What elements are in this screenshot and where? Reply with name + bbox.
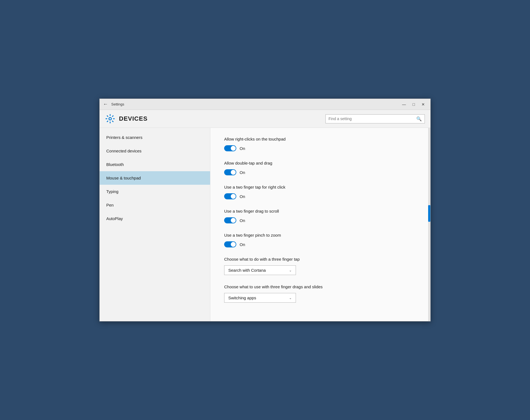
scrollbar-track[interactable]: [428, 128, 430, 321]
toggle-thumb: [231, 242, 236, 247]
toggle-thumb: [231, 146, 236, 151]
setting-three-finger-tap: Choose what to do with a three finger ta…: [224, 256, 417, 275]
sidebar-item-mouse-touchpad[interactable]: Mouse & touchpad: [100, 171, 210, 185]
setting-two-finger-tap: Use a two finger tap for right click On: [224, 184, 417, 199]
three-finger-tap-value: Search with Cortana: [228, 268, 266, 273]
toggle-row-two-finger-drag: On: [224, 217, 417, 223]
sidebar-item-pen[interactable]: Pen: [100, 198, 210, 212]
toggle-row-right-click: On: [224, 145, 417, 151]
toggle-row-two-finger-pinch: On: [224, 241, 417, 247]
setting-two-finger-pinch: Use a two finger pinch to zoom On: [224, 232, 417, 247]
scrollbar-thumb[interactable]: [428, 205, 430, 222]
toggle-track: [224, 169, 236, 175]
toggle-two-finger-tap[interactable]: [224, 193, 236, 199]
chevron-down-icon: ⌄: [289, 296, 292, 300]
settings-window: ← Settings — □ ✕ DEVICES 🔍 Printers & sc…: [99, 99, 431, 321]
sidebar-item-printers[interactable]: Printers & scanners: [100, 131, 210, 144]
title-bar: ← Settings — □ ✕: [100, 99, 430, 110]
title-bar-title: Settings: [111, 102, 400, 106]
header-left: DEVICES: [105, 114, 148, 124]
toggle-thumb: [231, 170, 236, 175]
three-finger-drag-dropdown[interactable]: Switching apps ⌄: [224, 293, 296, 303]
maximize-button[interactable]: □: [410, 102, 417, 107]
toggle-two-finger-pinch[interactable]: [224, 241, 236, 247]
setting-double-tap-drag-label: Allow double-tap and drag: [224, 160, 417, 166]
toggle-double-tap-value: On: [240, 170, 245, 175]
toggle-two-finger-drag-value: On: [240, 218, 245, 223]
toggle-double-tap[interactable]: [224, 169, 236, 175]
header-title: DEVICES: [119, 115, 148, 122]
setting-three-finger-drag: Choose what to use with three finger dra…: [224, 284, 417, 303]
main-content: Allow right-clicks on the touchpad On Al…: [210, 128, 430, 321]
setting-two-finger-tap-label: Use a two finger tap for right click: [224, 184, 417, 190]
toggle-track: [224, 193, 236, 199]
toggle-track: [224, 145, 236, 151]
toggle-thumb: [231, 194, 236, 199]
toggle-track: [224, 217, 236, 223]
sidebar-item-connected-devices[interactable]: Connected devices: [100, 144, 210, 158]
toggle-two-finger-drag[interactable]: [224, 217, 236, 223]
app-header: DEVICES 🔍: [100, 110, 430, 128]
svg-point-0: [109, 118, 112, 120]
minimize-button[interactable]: —: [400, 102, 408, 107]
devices-icon: [105, 114, 115, 124]
search-icon: 🔍: [416, 116, 422, 121]
toggle-row-two-finger-tap: On: [224, 193, 417, 199]
chevron-down-icon: ⌄: [289, 268, 292, 272]
toggle-right-click[interactable]: [224, 145, 236, 151]
search-box[interactable]: 🔍: [325, 114, 425, 123]
toggle-right-click-value: On: [240, 146, 245, 151]
toggle-two-finger-tap-value: On: [240, 194, 245, 199]
setting-right-click: Allow right-clicks on the touchpad On: [224, 136, 417, 151]
sidebar-item-typing[interactable]: Typing: [100, 185, 210, 198]
setting-two-finger-pinch-label: Use a two finger pinch to zoom: [224, 232, 417, 238]
setting-three-finger-drag-label: Choose what to use with three finger dra…: [224, 284, 417, 290]
three-finger-tap-dropdown[interactable]: Search with Cortana ⌄: [224, 265, 296, 275]
sidebar-item-bluetooth[interactable]: Bluetooth: [100, 158, 210, 171]
search-input[interactable]: [328, 117, 416, 121]
sidebar: Printers & scanners Connected devices Bl…: [100, 128, 210, 321]
toggle-row-double-tap: On: [224, 169, 417, 175]
sidebar-item-autoplay[interactable]: AutoPlay: [100, 212, 210, 225]
close-button[interactable]: ✕: [419, 102, 427, 107]
back-button[interactable]: ←: [103, 101, 108, 107]
toggle-track: [224, 241, 236, 247]
setting-right-click-label: Allow right-clicks on the touchpad: [224, 136, 417, 142]
setting-three-finger-tap-label: Choose what to do with a three finger ta…: [224, 256, 417, 262]
window-controls: — □ ✕: [400, 102, 427, 107]
setting-two-finger-drag: Use a two finger drag to scroll On: [224, 208, 417, 223]
setting-two-finger-drag-label: Use a two finger drag to scroll: [224, 208, 417, 214]
toggle-thumb: [231, 218, 236, 223]
setting-double-tap-drag: Allow double-tap and drag On: [224, 160, 417, 175]
content-area: Printers & scanners Connected devices Bl…: [100, 128, 430, 321]
three-finger-drag-value: Switching apps: [228, 295, 256, 300]
toggle-two-finger-pinch-value: On: [240, 242, 245, 247]
